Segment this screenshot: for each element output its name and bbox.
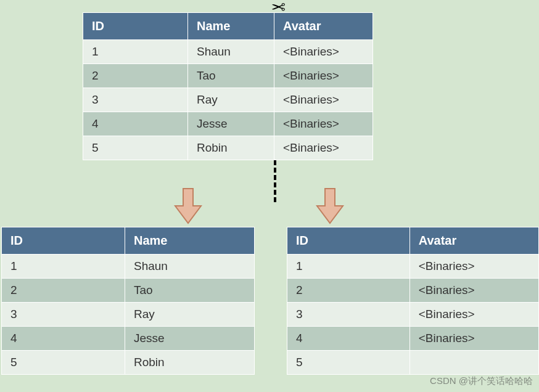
cell-name: Jesse [188, 112, 274, 136]
table-row: 1 <Binaries> [287, 255, 539, 279]
cell-name: Ray [188, 88, 274, 112]
cell-avatar: <Binaries> [409, 255, 538, 279]
table-row: 2 Tao [2, 279, 255, 303]
cell-id: 3 [2, 303, 125, 327]
table-header-row: ID Name [2, 227, 255, 255]
table-row: 5 [287, 351, 539, 375]
cell-id: 4 [83, 112, 188, 136]
cell-avatar: <Binaries> [409, 327, 538, 351]
cell-id: 2 [83, 64, 188, 88]
cell-id: 2 [2, 279, 125, 303]
cell-id: 3 [83, 88, 188, 112]
cell-avatar: <Binaries> [409, 279, 538, 303]
cell-name: Jesse [125, 327, 255, 351]
table-row: 3 Ray <Binaries> [83, 88, 373, 112]
cell-id: 2 [287, 279, 410, 303]
table-row: 3 Ray [2, 303, 255, 327]
table-row: 5 Robin <Binaries> [83, 136, 373, 160]
cell-name: Robin [188, 136, 274, 160]
cell-avatar: <Binaries> [274, 40, 373, 64]
table-row: 4 Jesse <Binaries> [83, 112, 373, 136]
cell-name: Ray [125, 303, 255, 327]
col-header-avatar: Avatar [274, 13, 373, 40]
cell-avatar: <Binaries> [274, 112, 373, 136]
cell-id: 5 [287, 351, 410, 375]
cell-avatar: <Binaries> [409, 303, 538, 327]
table-row: 2 Tao <Binaries> [83, 64, 373, 88]
cell-id: 1 [2, 255, 125, 279]
cell-name: Tao [125, 279, 255, 303]
cell-name: Shaun [125, 255, 255, 279]
arrow-down-icon [173, 187, 204, 224]
arrow-down-icon [315, 187, 345, 224]
table-row: 4 Jesse [2, 327, 255, 351]
col-header-avatar: Avatar [409, 227, 538, 255]
cell-avatar: <Binaries> [274, 64, 373, 88]
watermark-text: CSDN @讲个笑话哈哈哈 [430, 375, 533, 387]
col-header-name: Name [188, 13, 274, 40]
table-row: 5 Robin [2, 351, 255, 375]
cell-id: 4 [2, 327, 125, 351]
cell-id: 4 [287, 327, 410, 351]
table-row: 3 <Binaries> [287, 303, 539, 327]
cell-name: Robin [125, 351, 255, 375]
col-header-id: ID [83, 13, 188, 40]
cell-name: Shaun [188, 40, 274, 64]
cell-id: 3 [287, 303, 410, 327]
source-table: ID Name Avatar 1 Shaun <Binaries> 2 Tao … [83, 12, 373, 160]
cell-avatar: <Binaries> [274, 136, 373, 160]
table-header-row: ID Avatar [287, 227, 539, 255]
col-header-id: ID [2, 227, 125, 255]
split-table-right: ID Avatar 1 <Binaries> 2 <Binaries> 3 <B… [287, 227, 539, 375]
col-header-id: ID [287, 227, 410, 255]
cell-id: 5 [2, 351, 125, 375]
table-row: 1 Shaun [2, 255, 255, 279]
cell-id: 1 [83, 40, 188, 64]
col-header-name: Name [125, 227, 255, 255]
cell-avatar [409, 351, 538, 375]
table-row: 1 Shaun <Binaries> [83, 40, 373, 64]
table-header-row: ID Name Avatar [83, 13, 373, 40]
split-table-left: ID Name 1 Shaun 2 Tao 3 Ray 4 Jesse 5 Ro… [1, 227, 255, 375]
cell-name: Tao [188, 64, 274, 88]
cell-id: 1 [287, 255, 410, 279]
cell-id: 5 [83, 136, 188, 160]
table-row: 4 <Binaries> [287, 327, 539, 351]
cell-avatar: <Binaries> [274, 88, 373, 112]
table-row: 2 <Binaries> [287, 279, 539, 303]
